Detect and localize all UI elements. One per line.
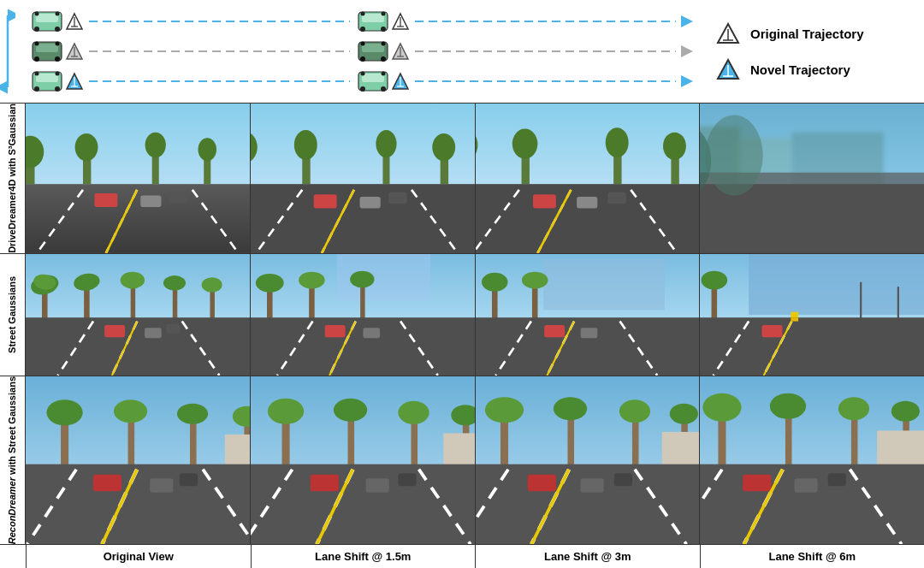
svg-rect-163 (476, 317, 700, 376)
road-scene-dd-1 (26, 104, 250, 253)
svg-rect-78 (169, 191, 188, 202)
svg-point-7 (35, 12, 39, 16)
grid-section: DriveDreamer4D with S³Gaussian (0, 103, 924, 568)
svg-point-250 (770, 393, 806, 418)
svg-point-51 (381, 86, 386, 92)
trajectory-diagram (0, 0, 702, 103)
svg-point-50 (360, 86, 365, 92)
svg-rect-261 (795, 478, 818, 493)
camera-novel-icon-2 (391, 72, 410, 91)
svg-point-190 (114, 399, 147, 423)
svg-point-103 (605, 127, 628, 157)
car-icon-4 (355, 70, 391, 92)
cell-sg-1.5m (250, 254, 475, 376)
svg-rect-240 (527, 474, 555, 491)
traj-row-3 (29, 69, 693, 93)
svg-point-25 (35, 41, 39, 45)
road-scene-rd-3 (476, 376, 700, 544)
grid-row-drivedreamer: DriveDreamer4D with S³Gaussian (0, 103, 924, 253)
svg-point-101 (512, 129, 537, 159)
bottom-label-3m: Lane Shift @ 3m (475, 545, 700, 568)
image-cells-row3 (26, 376, 924, 544)
svg-rect-202 (180, 473, 198, 486)
row-label-text-street: Street Gaussians (7, 276, 18, 353)
legend-novel-label: Novel Trajectory (750, 62, 850, 77)
svg-point-129 (121, 272, 145, 289)
svg-point-228 (484, 397, 523, 423)
row-label-drivedreamer: DriveDreamer4D with S³Gaussian (0, 104, 26, 253)
svg-rect-216 (251, 464, 475, 544)
road-scene-rd-1 (26, 376, 250, 544)
svg-rect-236 (476, 464, 700, 544)
svg-point-69 (145, 133, 166, 158)
svg-point-88 (432, 133, 455, 161)
svg-rect-255 (877, 430, 924, 466)
svg-rect-94 (359, 197, 380, 208)
svg-point-212 (398, 400, 429, 423)
cell-rd-1.5m (250, 376, 475, 544)
row-label-text-recondreamer: ReconDreamer with Street Gaussians (7, 376, 18, 544)
svg-rect-221 (365, 478, 388, 493)
svg-point-131 (163, 275, 186, 290)
cell-dd-1.5m (250, 104, 475, 253)
svg-rect-242 (613, 473, 631, 486)
legend-original: Original Trajectory (714, 22, 911, 44)
svg-point-23 (34, 56, 39, 62)
svg-point-86 (376, 130, 396, 157)
grid-row-street: Street Gaussians (0, 253, 924, 376)
svg-point-160 (481, 273, 507, 292)
svg-point-53 (382, 71, 386, 75)
image-cells-row1 (26, 104, 924, 253)
svg-point-16 (361, 12, 365, 16)
svg-point-34 (361, 41, 365, 45)
svg-point-71 (198, 138, 216, 161)
svg-rect-77 (140, 196, 161, 207)
grid-row-recondreamer: ReconDreamer with Street Gaussians (0, 376, 924, 544)
road-scene-sg-1 (26, 254, 250, 376)
svg-rect-195 (225, 435, 250, 467)
row-label-text-drivedreamer: DriveDreamer4D with S³Gaussian (7, 104, 18, 253)
top-section: Original Trajectory Novel Trajectory (0, 0, 924, 103)
cell-sg-3m (475, 254, 700, 376)
bottom-label-6m: Lane Shift @ 6m (700, 545, 925, 568)
cell-sg-6m (699, 254, 924, 376)
svg-rect-89 (251, 184, 475, 253)
svg-rect-72 (26, 184, 250, 253)
cell-rd-6m (699, 376, 924, 544)
camera-orig-icon (65, 12, 84, 31)
svg-rect-256 (700, 464, 924, 544)
cell-rd-3m (475, 376, 700, 544)
svg-rect-13 (362, 14, 384, 22)
camera-novel-icon (65, 72, 84, 91)
legend-novel: Novel Trajectory (714, 58, 911, 80)
svg-point-15 (381, 27, 386, 32)
svg-rect-22 (36, 44, 58, 52)
camera-orig-icon-2 (391, 12, 410, 31)
svg-rect-158 (543, 258, 665, 310)
car-icon-dark (29, 40, 65, 62)
svg-point-41 (34, 86, 39, 92)
svg-point-149 (350, 271, 374, 288)
image-cells-row2 (26, 254, 924, 376)
svg-rect-40 (36, 74, 58, 82)
svg-point-145 (256, 274, 284, 293)
cell-dd-3m (475, 104, 700, 253)
svg-rect-215 (443, 433, 475, 466)
svg-rect-155 (363, 328, 380, 338)
svg-point-254 (891, 400, 920, 421)
road-scene-sg-3 (476, 254, 700, 376)
traj-row-2 (29, 39, 693, 63)
svg-point-84 (294, 130, 317, 160)
svg-rect-138 (104, 325, 125, 337)
svg-rect-76 (94, 193, 117, 207)
bottom-labels: Original View Lane Shift @ 1.5m Lane Shi… (0, 544, 924, 568)
svg-point-5 (34, 27, 39, 32)
svg-rect-182 (791, 317, 799, 321)
svg-rect-196 (26, 464, 250, 544)
svg-point-6 (55, 27, 60, 32)
svg-point-44 (56, 71, 60, 75)
svg-rect-93 (313, 194, 336, 208)
legend-novel-icon (714, 58, 742, 80)
svg-rect-95 (388, 192, 407, 204)
camera-gray-icon (65, 42, 84, 61)
